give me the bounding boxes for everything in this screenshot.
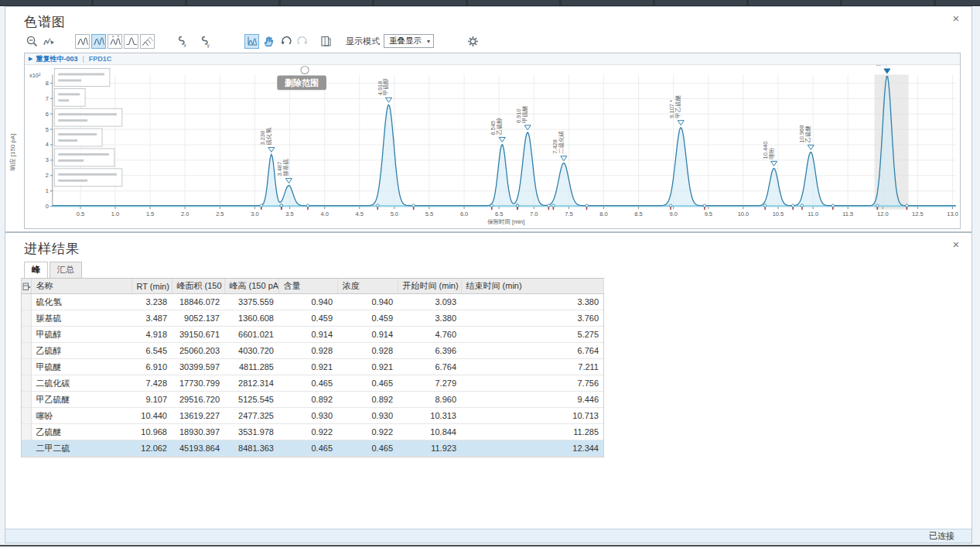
svg-text:8.0: 8.0 bbox=[599, 211, 607, 217]
cell-value: 10.713 bbox=[461, 408, 603, 424]
results-tabs: 峰 汇总 bbox=[24, 262, 961, 278]
svg-text:甲硫醚: 甲硫醚 bbox=[521, 105, 528, 123]
table-row[interactable]: 乙硫醇6.54525060.2034030.7200.9280.9286.396… bbox=[22, 343, 603, 359]
peak-label: 10.968乙硫醚 bbox=[798, 125, 811, 143]
svg-text:11.5: 11.5 bbox=[842, 211, 853, 217]
zoom-out-icon[interactable] bbox=[24, 33, 39, 49]
y-axis-label: 响应 [150 pA] bbox=[9, 110, 17, 195]
copy-report-icon[interactable] bbox=[318, 33, 333, 49]
close-icon[interactable]: × bbox=[950, 238, 962, 250]
peak-label: 3.487羰基硫 bbox=[276, 159, 289, 176]
table-menu-icon bbox=[22, 283, 31, 291]
svg-text:删除范围: 删除范围 bbox=[284, 78, 319, 87]
cell-name: 羰基硫 bbox=[31, 310, 131, 327]
table-row[interactable]: 羰基硫3.4879052.1371360.6080.4590.4593.3803… bbox=[22, 310, 603, 327]
cell-value: 3.380 bbox=[398, 310, 461, 327]
cell-value: 4030.720 bbox=[224, 343, 278, 359]
cell-value: 10.844 bbox=[398, 424, 461, 440]
play-icon: ▶ bbox=[29, 56, 32, 62]
link-x-axis-icon[interactable]: x bbox=[173, 33, 189, 49]
annotation-box bbox=[54, 68, 110, 86]
table-row[interactable]: 甲乙硫醚9.10729516.7205125.5450.8920.8928.96… bbox=[22, 392, 603, 408]
column-header[interactable]: 浓度 bbox=[337, 279, 398, 294]
chromatogram-frame: ▶ 重复性中-003 | FPD1C 012345678x10²0.51.01.… bbox=[24, 53, 961, 229]
svg-text:3.5: 3.5 bbox=[285, 211, 293, 217]
signal-detector: FPD1C bbox=[89, 55, 112, 63]
svg-text:2: 2 bbox=[46, 172, 49, 179]
redo-icon[interactable] bbox=[295, 33, 310, 49]
overlay-peaks-icon[interactable] bbox=[75, 34, 90, 49]
peak-label: 4.918甲硫醇 bbox=[377, 77, 390, 95]
table-row[interactable]: 噻吩10.44013619.2272477.3250.9300.93010.31… bbox=[22, 408, 603, 424]
svg-text:6.0: 6.0 bbox=[460, 211, 468, 217]
gear-icon[interactable] bbox=[465, 33, 480, 49]
close-icon[interactable]: × bbox=[950, 12, 962, 24]
row-header-cell bbox=[22, 343, 31, 359]
cell-value: 10.968 bbox=[131, 424, 172, 440]
tab-summary[interactable]: 汇总 bbox=[50, 262, 82, 278]
column-header[interactable]: RT (min)△ bbox=[131, 279, 172, 294]
table-row[interactable]: 乙硫醚10.96818930.3973531.9780.9220.92210.8… bbox=[22, 424, 603, 440]
svg-text:羰基硫: 羰基硫 bbox=[282, 159, 289, 176]
svg-text:7: 7 bbox=[46, 95, 49, 102]
svg-text:12.0: 12.0 bbox=[877, 211, 889, 217]
table-menu-cell[interactable] bbox=[22, 279, 31, 294]
chromatogram-fill bbox=[53, 77, 956, 207]
chromatogram-plot[interactable]: 012345678x10²0.51.01.52.02.53.03.54.04.5… bbox=[25, 65, 960, 228]
cell-value: 0.922 bbox=[337, 424, 398, 440]
overlay-peaks-active-icon[interactable] bbox=[91, 34, 106, 49]
cursor-touch-icon bbox=[301, 67, 309, 74]
peak-label: 6.545乙硫醇 bbox=[490, 118, 503, 135]
cell-value: 3.238 bbox=[131, 294, 172, 310]
chromatogram-canvas[interactable]: 012345678x10²0.51.01.52.02.53.03.54.04.5… bbox=[25, 65, 960, 228]
table-row[interactable]: 二甲二硫12.06245193.8648481.3630.4650.46511.… bbox=[22, 440, 603, 457]
display-mode-select[interactable]: 重叠显示 ▾ bbox=[384, 34, 434, 48]
svg-text:0: 0 bbox=[46, 203, 49, 210]
tab-peaks[interactable]: 峰 bbox=[24, 262, 48, 278]
cell-value: 12.062 bbox=[131, 440, 172, 457]
hand-pan-icon[interactable] bbox=[261, 33, 276, 49]
peaks-table: 名称RT (min)△峰面积 (150 ...峰高 (150 pA)含量浓度开始… bbox=[22, 279, 604, 457]
column-header[interactable]: 峰面积 (150 ... bbox=[172, 279, 224, 294]
column-header[interactable]: 含量 bbox=[278, 279, 337, 294]
cell-value: 0.921 bbox=[337, 359, 398, 375]
cell-value: 5.275 bbox=[461, 327, 603, 343]
column-header[interactable]: 名称 bbox=[31, 279, 131, 294]
table-row[interactable]: 甲硫醇4.91839150.6716601.0210.9140.9144.760… bbox=[22, 327, 603, 343]
annotation-box bbox=[54, 108, 122, 126]
cell-name: 噻吩 bbox=[31, 408, 131, 424]
svg-text:2.5: 2.5 bbox=[216, 211, 224, 217]
stacked-curves-icon[interactable] bbox=[140, 34, 155, 49]
peak-label: 6.910甲硫醚 bbox=[515, 105, 528, 123]
cell-value: 11.285 bbox=[461, 424, 603, 440]
peak-apex-marker bbox=[268, 147, 275, 152]
display-mode-value: 重叠显示 bbox=[389, 36, 422, 46]
y-axis-multiplier: x10² bbox=[29, 72, 41, 79]
column-header[interactable]: 峰高 (150 pA) bbox=[224, 279, 278, 294]
svg-text:乙硫醚: 乙硫醚 bbox=[804, 125, 811, 143]
table-row[interactable]: 硫化氢3.23818846.0723375.5590.9400.9403.093… bbox=[22, 294, 603, 310]
cell-name: 硫化氢 bbox=[31, 294, 131, 310]
app-window: 色谱图 × bbox=[5, 6, 972, 543]
svg-text:5: 5 bbox=[46, 126, 49, 133]
cell-name: 二硫化碳 bbox=[31, 375, 131, 392]
signal-tab[interactable]: ▶ 重复性中-003 | FPD1C bbox=[25, 53, 960, 65]
cell-value: 3.380 bbox=[461, 294, 603, 310]
zoom-region-icon[interactable] bbox=[41, 33, 56, 49]
column-header[interactable]: 结束时间 (min) bbox=[461, 279, 603, 294]
cell-value: 0.930 bbox=[337, 408, 398, 424]
table-row[interactable]: 二硫化碳7.42817730.7992812.3140.4650.4657.27… bbox=[22, 375, 603, 392]
column-header[interactable]: 开始时间 (min) bbox=[398, 279, 461, 294]
svg-text:1.0: 1.0 bbox=[111, 211, 119, 217]
svg-text:4: 4 bbox=[46, 141, 49, 148]
table-row[interactable]: 甲硫醚6.91030399.5974811.2850.9210.9216.764… bbox=[22, 359, 603, 375]
overlay-peaks-arrows-icon[interactable] bbox=[108, 34, 122, 49]
peak-label: 3.238硫化氢 bbox=[259, 128, 272, 146]
x-axis-label: 保留时间 [min] bbox=[487, 218, 524, 225]
single-curve-icon[interactable] bbox=[124, 34, 138, 49]
chart-tool-icon[interactable] bbox=[244, 34, 259, 49]
link-y-axis-icon[interactable]: y bbox=[196, 33, 212, 49]
cell-value: 2477.325 bbox=[224, 408, 278, 424]
undo-icon[interactable] bbox=[278, 33, 293, 49]
cell-value: 0.465 bbox=[278, 440, 337, 457]
